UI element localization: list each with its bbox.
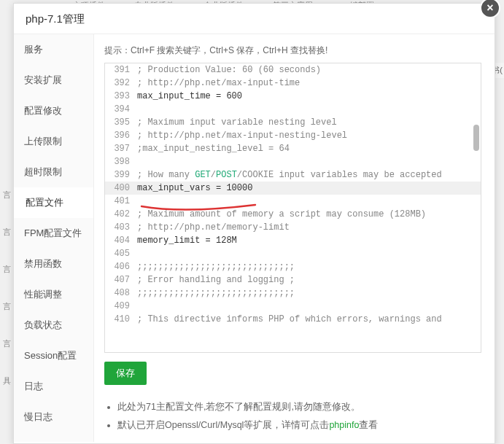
code-text[interactable]: max_input_time = 600 (137, 90, 481, 103)
code-line[interactable]: 398 (105, 155, 481, 168)
sidebar-item-1[interactable]: 安装扩展 (14, 65, 93, 96)
editor-viewport[interactable]: 391; Production Value: 60 (60 seconds)39… (105, 63, 481, 352)
code-text[interactable] (137, 247, 481, 260)
code-text[interactable]: ; Error handling and logging ; (137, 273, 481, 287)
sidebar-item-5[interactable]: 配置文件 (14, 187, 93, 218)
bg-left-strip: 言 言 言 言 言 具 (0, 190, 12, 413)
code-line[interactable]: 396; http://php.net/max-input-nesting-le… (105, 129, 481, 142)
code-text[interactable]: ;max_input_nesting_level = 64 (137, 142, 481, 155)
note-line: 默认已开启Openssl/Curl/Mysql等扩展，详情可点击phpinfo查… (117, 416, 481, 435)
note-line: 此处为71主配置文件,若您不了解配置规则,请勿随意修改。 (117, 398, 481, 416)
code-text[interactable]: ; Production Value: 60 (60 seconds) (137, 63, 481, 77)
line-number: 400 (105, 182, 137, 195)
line-number: 391 (105, 63, 137, 77)
line-number: 404 (105, 234, 137, 247)
sidebar: 服务安装扩展配置修改上传限制超时限制配置文件FPM配置文件禁用函数性能调整负载状… (14, 34, 94, 442)
line-number: 392 (105, 77, 137, 90)
line-number: 401 (105, 195, 137, 208)
sidebar-item-6[interactable]: FPM配置文件 (14, 218, 93, 249)
sidebar-item-0[interactable]: 服务 (14, 34, 93, 65)
code-line[interactable]: 404memory_limit = 128M (105, 234, 481, 247)
code-line[interactable]: 392; http://php.net/max-input-time (105, 77, 481, 90)
code-line[interactable]: 406;;;;;;;;;;;;;;;;;;;;;;;;;;;;;; (105, 260, 481, 273)
line-number: 394 (105, 103, 137, 116)
editor-scrollbar[interactable] (473, 66, 479, 349)
line-number: 399 (105, 168, 137, 182)
code-text[interactable]: ; How many GET/POST/COOKIE input variabl… (137, 168, 481, 182)
code-line[interactable]: 408;;;;;;;;;;;;;;;;;;;;;;;;;;;;;; (105, 287, 481, 300)
sidebar-item-9[interactable]: 负载状态 (14, 310, 93, 340)
code-line[interactable]: 401 (105, 195, 481, 208)
modal-body: 服务安装扩展配置修改上传限制超时限制配置文件FPM配置文件禁用函数性能调整负载状… (14, 34, 495, 442)
code-line[interactable]: 409 (105, 300, 481, 313)
sidebar-item-3[interactable]: 上传限制 (14, 126, 93, 157)
code-line[interactable]: 399; How many GET/POST/COOKIE input vari… (105, 168, 481, 182)
php-manage-modal: × php-7.1管理 服务安装扩展配置修改上传限制超时限制配置文件FPM配置文… (13, 3, 495, 444)
code-line[interactable]: 407; Error handling and logging ; (105, 273, 481, 287)
footer-notes: 此处为71主配置文件,若您不了解配置规则,请勿随意修改。 默认已开启Openss… (104, 398, 481, 435)
code-text[interactable]: ; http://php.net/max-input-time (137, 77, 481, 90)
code-text[interactable] (137, 195, 481, 208)
line-number: 406 (105, 260, 137, 273)
sidebar-item-4[interactable]: 超时限制 (14, 157, 93, 187)
sidebar-item-11[interactable]: 日志 (14, 371, 93, 402)
sidebar-item-10[interactable]: Session配置 (14, 340, 93, 371)
sidebar-item-12[interactable]: 慢日志 (14, 402, 93, 432)
code-line[interactable]: 394 (105, 103, 481, 116)
line-number: 393 (105, 90, 137, 103)
code-text[interactable]: ;;;;;;;;;;;;;;;;;;;;;;;;;;;;;; (137, 260, 481, 273)
content-pane: 提示：Ctrl+F 搜索关键字，Ctrl+S 保存，Ctrl+H 查找替换! 3… (94, 34, 495, 442)
code-line[interactable]: 403; http://php.net/memory-limit (105, 221, 481, 234)
sidebar-item-13[interactable]: phpinfo (14, 432, 93, 442)
sidebar-item-7[interactable]: 禁用函数 (14, 249, 93, 279)
code-text[interactable]: memory_limit = 128M (137, 234, 481, 247)
line-number: 403 (105, 221, 137, 234)
code-text[interactable]: ; Maximum amount of memory a script may … (137, 208, 481, 221)
line-number: 396 (105, 129, 137, 142)
line-number: 402 (105, 208, 137, 221)
code-line[interactable]: 397;max_input_nesting_level = 64 (105, 142, 481, 155)
code-line[interactable]: 400max_input_vars = 10000 (105, 182, 481, 195)
code-text[interactable]: ;;;;;;;;;;;;;;;;;;;;;;;;;;;;;; (137, 287, 481, 300)
save-button[interactable]: 保存 (104, 362, 147, 385)
code-text[interactable] (137, 155, 481, 168)
editor-hint: 提示：Ctrl+F 搜索关键字，Ctrl+S 保存，Ctrl+H 查找替换! (104, 42, 481, 63)
line-number: 407 (105, 273, 137, 287)
line-number: 397 (105, 142, 137, 155)
code-line[interactable]: 402; Maximum amount of memory a script m… (105, 208, 481, 221)
code-text[interactable]: max_input_vars = 10000 (137, 182, 481, 195)
code-text[interactable]: ; http://php.net/max-input-nesting-level (137, 129, 481, 142)
code-text[interactable]: ; Maximum input variable nesting level (137, 116, 481, 129)
code-text[interactable]: ; http://php.net/memory-limit (137, 221, 481, 234)
close-icon[interactable]: × (480, 0, 500, 18)
code-text[interactable] (137, 300, 481, 313)
line-number: 398 (105, 155, 137, 168)
line-number: 408 (105, 287, 137, 300)
scrollbar-thumb[interactable] (473, 125, 479, 151)
code-line[interactable]: 391; Production Value: 60 (60 seconds) (105, 63, 481, 77)
code-line[interactable]: 405 (105, 247, 481, 260)
code-line[interactable]: 410; This directive informs PHP of which… (105, 313, 481, 326)
line-number: 410 (105, 313, 137, 326)
line-number: 409 (105, 300, 137, 313)
code-text[interactable]: ; This directive informs PHP of which er… (137, 313, 481, 326)
phpinfo-link[interactable]: phpinfo (329, 420, 359, 430)
line-number: 395 (105, 116, 137, 129)
modal-title: php-7.1管理 (14, 4, 495, 34)
code-line[interactable]: 393max_input_time = 600 (105, 90, 481, 103)
line-number: 405 (105, 247, 137, 260)
code-editor[interactable]: 391; Production Value: 60 (60 seconds)39… (104, 63, 481, 353)
sidebar-item-2[interactable]: 配置修改 (14, 96, 93, 126)
code-text[interactable] (137, 103, 481, 116)
sidebar-item-8[interactable]: 性能调整 (14, 279, 93, 310)
code-line[interactable]: 395; Maximum input variable nesting leve… (105, 116, 481, 129)
